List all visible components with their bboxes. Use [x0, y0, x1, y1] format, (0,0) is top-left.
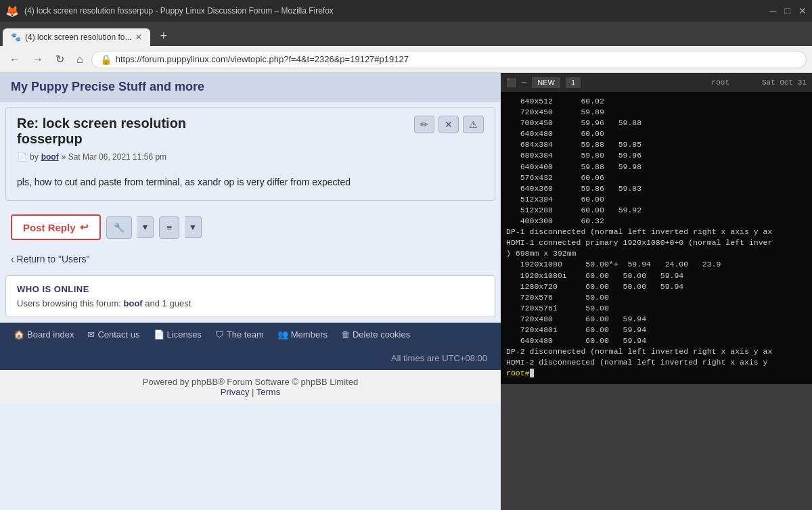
terminal-datetime: Sat Oct 31 — [762, 78, 807, 87]
forum-footer: 🏠 Board index ✉ Contact us 📄 Licenses 🛡 … — [0, 323, 501, 370]
forum-content: My Puppy Precise Stuff and more Re: lock… — [0, 73, 501, 510]
post-reply-button[interactable]: Post Reply ↩ — [11, 214, 101, 240]
terms-link[interactable]: Terms — [256, 387, 280, 397]
delete-post-button[interactable]: ✕ — [438, 116, 459, 133]
terminal-line: 1920x1080i 60.00 50.00 59.94 — [506, 271, 807, 281]
tool2-button[interactable]: ≡ — [159, 216, 179, 239]
home-button[interactable]: ⌂ — [72, 51, 87, 68]
new-tab-button[interactable]: + — [154, 26, 173, 46]
who-online-section: WHO IS ONLINE Users browsing this forum:… — [5, 275, 495, 317]
terminal-line: 640x480 60.00 59.94 — [506, 335, 807, 346]
tab-title: (4) lock screen resolution fo... — [25, 32, 131, 42]
footer-team-link[interactable]: 🛡 The team — [215, 329, 264, 340]
edit-post-button[interactable]: ✏ — [414, 116, 434, 133]
terminal-line: 680x384 59.80 59.96 — [506, 150, 807, 161]
terminal-line: 720x480i 60.00 59.94 — [506, 325, 807, 335]
terminal-titlebar: ⬛ — NEW 1 root Sat Oct 31 — [501, 73, 812, 92]
footer-separator: | — [252, 387, 254, 397]
return-link[interactable]: ‹ Return to "Users" — [11, 254, 90, 264]
terminal-line: HDMI-1 connected primary 1920x1080+0+0 (… — [506, 237, 807, 248]
post-author-link[interactable]: boof — [41, 152, 59, 162]
terminal-line: 1280x720 60.00 50.00 59.94 — [506, 281, 807, 292]
firefox-icon: 🦊 — [5, 5, 19, 18]
terminal-line: 640x480 60.00 — [506, 129, 807, 139]
close-button[interactable]: ✕ — [798, 5, 807, 16]
terminal-line: 640x512 60.02 — [506, 96, 807, 107]
who-online-heading: WHO IS ONLINE — [17, 284, 484, 294]
return-link-area: ‹ Return to "Users" — [0, 248, 501, 275]
tool2-dropdown-button[interactable]: ▼ — [185, 216, 202, 238]
forum-header: My Puppy Precise Stuff and more — [0, 73, 501, 101]
terminal-new-tab-button[interactable]: NEW — [532, 77, 560, 88]
terminal-prompt: root# — [506, 368, 807, 379]
home-icon: 🏠 — [14, 329, 24, 340]
navigation-bar: ← → ↻ ⌂ 🔒 https://forum.puppylinux.com/v… — [0, 46, 812, 73]
terminal-line: 720x480 60.00 59.94 — [506, 314, 807, 325]
terminal-tab1-button[interactable]: 1 — [566, 77, 581, 88]
refresh-button[interactable]: ↻ — [51, 50, 68, 68]
browser-title: (4) lock screen resolution fosserpup - P… — [24, 6, 334, 16]
terminal-line: 720x576i 50.00 — [506, 303, 807, 314]
terminal-line: 512x384 60.00 — [506, 194, 807, 205]
team-icon: 🛡 — [215, 329, 224, 340]
terminal-line: 720x576 50.00 — [506, 292, 807, 303]
post-meta-icon: 📄 — [17, 152, 27, 162]
contact-icon: ✉ — [87, 329, 95, 340]
terminal-line: 640x400 59.88 59.98 — [506, 162, 807, 172]
back-button[interactable]: ← — [5, 51, 24, 68]
terminal-line: 400x300 60.32 — [506, 216, 807, 227]
terminal-line: 720x450 59.89 — [506, 107, 807, 118]
tab-close-button[interactable]: ✕ — [135, 32, 142, 42]
terminal-line: DP-1 disconnected (normal left inverted … — [506, 227, 807, 237]
page-wrapper: My Puppy Precise Stuff and more Re: lock… — [0, 73, 812, 510]
footer-powered: Powered by phpBB® Forum Software © phpBB… — [0, 370, 501, 404]
cookies-icon: 🗑 — [341, 329, 350, 340]
footer-members-link[interactable]: 👥 Members — [277, 329, 328, 340]
forum-header-link[interactable]: My Puppy Precise Stuff and more — [11, 80, 204, 93]
powered-text: Powered by phpBB® Forum Software © phpBB… — [7, 377, 494, 387]
footer-delete-cookies-link[interactable]: 🗑 Delete cookies — [341, 329, 410, 340]
url-text: https://forum.puppylinux.com/viewtopic.p… — [116, 54, 798, 64]
post-title: Re: lock screen resolution — [17, 116, 186, 131]
post-reply-label: Post Reply — [23, 222, 76, 233]
terminal-line: 1920x1080 50.00*+ 59.94 24.00 23.9 — [506, 259, 807, 270]
minimize-button[interactable]: ─ — [770, 5, 777, 16]
post-meta: 📄 by boof » Sat Mar 06, 2021 11:56 pm — [6, 149, 495, 167]
terminal-clock: root — [712, 78, 729, 87]
footer-licenses-link[interactable]: 📄 Licenses — [154, 329, 202, 340]
members-icon: 👥 — [277, 329, 288, 340]
terminal-line: 684x384 59.88 59.85 — [506, 139, 807, 150]
tab-bar: 🐾 (4) lock screen resolution fo... ✕ + — [0, 22, 812, 46]
forward-button[interactable]: → — [28, 51, 47, 68]
maximize-button[interactable]: □ — [785, 5, 790, 16]
reply-area: Post Reply ↩ 🔧 ▼ ≡ ▼ — [0, 206, 501, 248]
footer-timezone: All times are UTC+08:00 — [391, 353, 487, 363]
terminal-icon: ⬛ — [506, 78, 516, 88]
privacy-link[interactable]: Privacy — [221, 387, 250, 397]
footer-board-index-link[interactable]: 🏠 Board index — [14, 329, 74, 340]
terminal-line: HDMI-2 disconnected (normal left inverte… — [506, 357, 807, 368]
tab-favicon: 🐾 — [11, 32, 21, 42]
terminal-dash: — — [522, 78, 526, 87]
security-icon: 🔒 — [100, 54, 112, 65]
browser-titlebar: 🦊 (4) lock screen resolution fosserpup -… — [0, 0, 812, 22]
post-reply-icon: ↩ — [80, 221, 89, 233]
tool1-dropdown-button[interactable]: ▼ — [137, 216, 154, 238]
footer-contact-link[interactable]: ✉ Contact us — [87, 329, 139, 340]
footer-links: Privacy | Terms — [7, 387, 494, 397]
post-body: pls, how to cut and paste from terminal,… — [6, 167, 495, 200]
active-tab[interactable]: 🐾 (4) lock screen resolution fo... ✕ — [3, 28, 150, 46]
tool1-button[interactable]: 🔧 — [106, 216, 132, 239]
post-meta-date: » Sat Mar 06, 2021 11:56 pm — [62, 152, 166, 162]
online-user-link[interactable]: boof — [124, 298, 143, 308]
licenses-icon: 📄 — [154, 329, 164, 340]
terminal-line: ) 698mm x 392mm — [506, 248, 807, 259]
terminal-line: 700x450 59.96 59.88 — [506, 118, 807, 129]
url-bar[interactable]: 🔒 https://forum.puppylinux.com/viewtopic… — [91, 51, 807, 68]
post-box: Re: lock screen resolution fosserpup ✏ ✕… — [5, 107, 495, 201]
post-header: Re: lock screen resolution fosserpup ✏ ✕… — [6, 108, 495, 149]
warn-post-button[interactable]: ⚠ — [463, 116, 484, 133]
terminal-line: DP-2 disconnected (normal left inverted … — [506, 346, 807, 357]
post-actions: ✏ ✕ ⚠ — [414, 116, 484, 133]
terminal-body: 640x512 60.02 720x450 59.89 700x450 59.9… — [501, 92, 812, 384]
